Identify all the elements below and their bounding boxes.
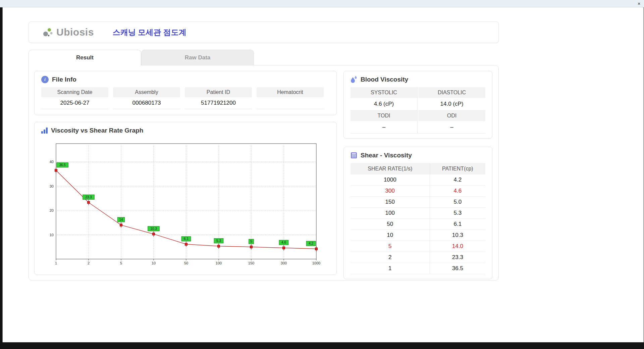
todi-label: TODI bbox=[351, 110, 418, 121]
shear-table-row: 506.1 bbox=[351, 219, 485, 230]
tab-result-label: Result bbox=[76, 54, 94, 61]
svg-text:40: 40 bbox=[50, 160, 54, 164]
shear-table-row: 136.5 bbox=[351, 263, 485, 274]
left-column: i File Info Scanning Date2025-06-27Assem… bbox=[34, 71, 337, 275]
svg-text:23.3: 23.3 bbox=[85, 195, 92, 199]
patient-cell: 4.6 bbox=[430, 186, 485, 197]
svg-text:2: 2 bbox=[88, 261, 90, 265]
field-label: Assembly bbox=[113, 87, 180, 97]
patient-cell: 5.0 bbox=[430, 197, 485, 208]
shear-viscosity-card: Shear - Viscosity SHEAR RATE(1/s) PATIEN… bbox=[343, 147, 492, 279]
shear-table-row: 514.0 bbox=[351, 241, 485, 252]
patient-cell: 14.0 bbox=[430, 241, 485, 252]
svg-text:20: 20 bbox=[50, 208, 54, 212]
graph-title: Viscosity vs Shear Rate Graph bbox=[51, 127, 143, 134]
shear-rate-cell: 10 bbox=[351, 230, 430, 241]
tab-raw-data[interactable]: Raw Data bbox=[141, 50, 254, 65]
svg-text:300: 300 bbox=[281, 261, 287, 265]
patient-cell: 4.2 bbox=[430, 174, 485, 186]
app-window: Ubiosis 스캐닝 모세관 점도계 Result Raw Data i Fi… bbox=[2, 7, 644, 342]
field-value: 2025-06-27 bbox=[41, 97, 108, 109]
shear-rate-cell: 2 bbox=[351, 252, 430, 263]
todi-value: – bbox=[351, 121, 418, 134]
shear-table-row: 10004.2 bbox=[351, 174, 485, 186]
blood-viscosity-card: Blood Viscosity SYSTOLIC DIASTOLIC 4.6 (… bbox=[343, 71, 492, 139]
patient-cell: 36.5 bbox=[430, 263, 485, 274]
logo-icon bbox=[42, 27, 54, 38]
bar-chart-icon bbox=[41, 128, 48, 134]
diastolic-label: DIASTOLIC bbox=[418, 87, 485, 98]
file-field: Scanning Date2025-06-27 bbox=[41, 87, 108, 109]
graph-header: Viscosity vs Shear Rate Graph bbox=[41, 127, 330, 134]
content-panel: i File Info Scanning Date2025-06-27Assem… bbox=[29, 65, 499, 281]
shear-table: SHEAR RATE(1/s) PATIENT(cp) 10004.23004.… bbox=[351, 163, 485, 274]
shear-viscosity-title: Shear - Viscosity bbox=[361, 152, 412, 159]
file-info-title: File Info bbox=[52, 76, 76, 83]
systolic-label: SYSTOLIC bbox=[351, 87, 418, 98]
shear-table-row: 1505.0 bbox=[351, 197, 485, 208]
field-label: Hematocrit bbox=[257, 87, 324, 97]
tab-result[interactable]: Result bbox=[29, 50, 141, 65]
odi-label: ODI bbox=[418, 110, 485, 121]
shear-table-row: 223.3 bbox=[351, 252, 485, 263]
info-icon: i bbox=[41, 76, 49, 83]
svg-text:1: 1 bbox=[55, 261, 57, 265]
svg-text:5: 5 bbox=[250, 240, 252, 243]
close-button[interactable]: × bbox=[634, 0, 644, 7]
field-value: 000680173 bbox=[113, 97, 180, 109]
close-icon: × bbox=[638, 1, 640, 6]
header-card: Ubiosis 스캐닝 모세관 점도계 bbox=[29, 21, 499, 43]
svg-text:36.5: 36.5 bbox=[59, 163, 66, 167]
viscosity-shear-chart: 102030401251050100150300100036.523.31410… bbox=[41, 138, 322, 268]
svg-text:1000: 1000 bbox=[312, 261, 320, 265]
blood-viscosity-header: Blood Viscosity bbox=[351, 76, 485, 83]
shear-rate-cell: 100 bbox=[351, 208, 430, 219]
svg-text:10.3: 10.3 bbox=[150, 227, 157, 231]
svg-text:50: 50 bbox=[184, 261, 188, 265]
svg-text:100: 100 bbox=[216, 261, 222, 265]
svg-text:6.1: 6.1 bbox=[184, 237, 189, 241]
file-field: Patient ID51771921200 bbox=[185, 87, 252, 109]
titlebar: × bbox=[0, 0, 644, 7]
droplet-icon bbox=[351, 76, 357, 83]
app-title: 스캐닝 모세관 점도계 bbox=[113, 27, 186, 38]
patient-column-header: PATIENT(cp) bbox=[430, 163, 485, 174]
svg-text:4.6: 4.6 bbox=[281, 241, 286, 244]
tab-raw-data-label: Raw Data bbox=[185, 54, 211, 61]
blood-viscosity-grid: SYSTOLIC DIASTOLIC 4.6 (cP) 14.0 (cP) TO… bbox=[351, 87, 485, 134]
odi-value: – bbox=[418, 121, 485, 134]
shear-table-row: 3004.6 bbox=[351, 186, 485, 197]
diastolic-value: 14.0 (cP) bbox=[418, 98, 485, 110]
field-value: 51771921200 bbox=[185, 97, 252, 109]
svg-text:10: 10 bbox=[152, 261, 156, 265]
logo-text: Ubiosis bbox=[56, 27, 94, 37]
field-value bbox=[257, 97, 324, 109]
patient-cell: 10.3 bbox=[430, 230, 485, 241]
shear-rate-cell: 50 bbox=[351, 219, 430, 230]
shear-rate-cell: 5 bbox=[351, 241, 430, 252]
file-info-header: i File Info bbox=[41, 76, 330, 83]
shear-table-row: 1010.3 bbox=[351, 230, 485, 241]
file-field: Assembly000680173 bbox=[113, 87, 180, 109]
graph-card: Viscosity vs Shear Rate Graph 1020304012… bbox=[34, 122, 337, 275]
file-field: Hematocrit bbox=[257, 87, 324, 109]
shear-rate-cell: 1 bbox=[351, 263, 430, 274]
patient-cell: 5.3 bbox=[430, 208, 485, 219]
svg-text:14: 14 bbox=[119, 218, 123, 221]
field-label: Scanning Date bbox=[41, 87, 108, 97]
svg-text:5: 5 bbox=[120, 261, 122, 265]
shear-viscosity-header: Shear - Viscosity bbox=[351, 152, 485, 159]
systolic-value: 4.6 (cP) bbox=[351, 98, 418, 110]
svg-text:5.3: 5.3 bbox=[216, 239, 221, 243]
shear-rate-cell: 1000 bbox=[351, 174, 430, 186]
shear-rate-cell: 150 bbox=[351, 197, 430, 208]
shear-table-row: 1005.3 bbox=[351, 208, 485, 219]
svg-text:10: 10 bbox=[50, 233, 54, 237]
svg-text:30: 30 bbox=[50, 184, 54, 188]
patient-cell: 6.1 bbox=[430, 219, 485, 230]
blood-viscosity-title: Blood Viscosity bbox=[361, 76, 408, 83]
file-info-fields: Scanning Date2025-06-27Assembly000680173… bbox=[41, 87, 330, 109]
svg-text:150: 150 bbox=[248, 261, 254, 265]
shear-table-header-row: SHEAR RATE(1/s) PATIENT(cp) bbox=[351, 163, 485, 174]
file-info-card: i File Info Scanning Date2025-06-27Assem… bbox=[34, 71, 337, 115]
